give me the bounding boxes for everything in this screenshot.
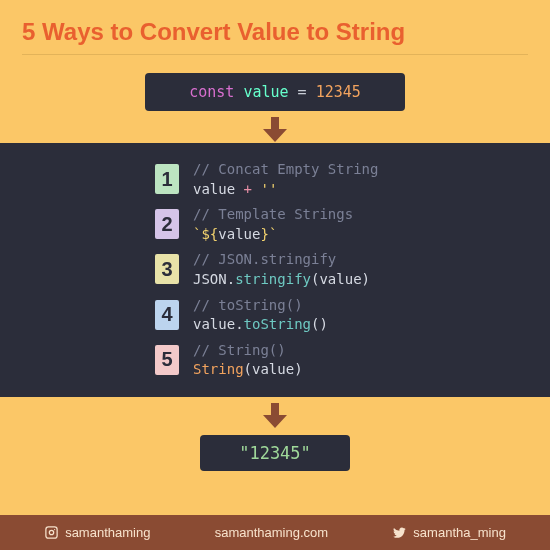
way-item: 4// toString()value.toString() [0,293,550,338]
footer-twitter-text: samantha_ming [413,525,506,540]
twitter-icon [392,525,407,540]
const-variable: value [243,83,288,101]
way-number-badge: 4 [155,300,179,330]
way-comment: // Concat Empty String [193,160,378,180]
way-body: // String()String(value) [193,341,303,380]
way-code: String(value) [193,360,303,380]
way-number-badge: 3 [155,254,179,284]
arrow-down-icon [261,117,289,143]
instagram-icon [44,525,59,540]
arrow-down-icon [261,403,289,429]
way-body: // Concat Empty Stringvalue + '' [193,160,378,199]
footer-website-text: samanthaming.com [215,525,328,540]
const-number: 12345 [316,83,361,101]
footer: samanthaming samanthaming.com samantha_m… [0,515,550,550]
way-body: // Template Strings`${value}` [193,205,353,244]
way-comment: // toString() [193,296,328,316]
way-item: 2// Template Strings`${value}` [0,202,550,247]
footer-instagram-text: samanthaming [65,525,150,540]
way-code: `${value}` [193,225,353,245]
way-item: 5// String()String(value) [0,338,550,383]
const-declaration: const value = 12345 [145,73,405,111]
way-comment: // JSON.stringify [193,250,370,270]
title-divider [22,54,528,55]
way-body: // JSON.stringifyJSON.stringify(value) [193,250,370,289]
way-item: 1// Concat Empty Stringvalue + '' [0,157,550,202]
way-number-badge: 2 [155,209,179,239]
way-code: value.toString() [193,315,328,335]
code-panel: 1// Concat Empty Stringvalue + ''2// Tem… [0,143,550,397]
way-code: JSON.stringify(value) [193,270,370,290]
footer-website: samanthaming.com [215,525,328,540]
page-title: 5 Ways to Convert Value to String [0,0,550,54]
const-keyword: const [189,83,234,101]
way-number-badge: 5 [155,345,179,375]
way-code: value + '' [193,180,378,200]
footer-twitter: samantha_ming [392,525,506,540]
const-equals: = [298,83,307,101]
way-item: 3// JSON.stringifyJSON.stringify(value) [0,247,550,292]
way-number-badge: 1 [155,164,179,194]
way-comment: // Template Strings [193,205,353,225]
way-body: // toString()value.toString() [193,296,328,335]
result-box: "12345" [200,435,350,471]
way-comment: // String() [193,341,303,361]
footer-instagram: samanthaming [44,525,150,540]
